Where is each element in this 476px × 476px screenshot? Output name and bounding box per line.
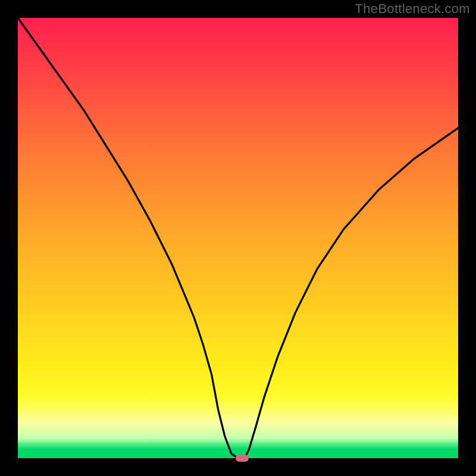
chart-container: TheBottleneck.com [0, 0, 476, 476]
curve-svg [18, 18, 458, 458]
minimum-marker [236, 455, 249, 462]
plot-area [18, 18, 458, 458]
watermark-text: TheBottleneck.com [355, 1, 470, 17]
bottleneck-curve [18, 18, 458, 458]
